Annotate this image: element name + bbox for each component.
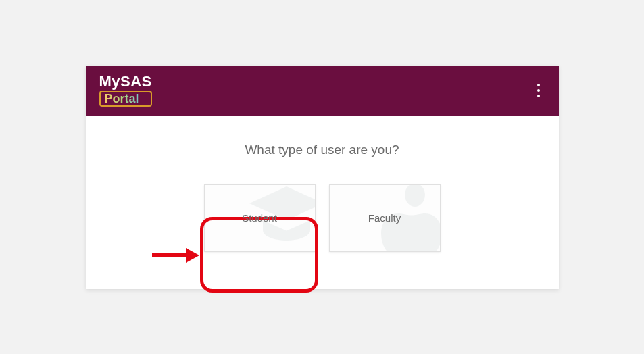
login-card: MySAS Portal What type of user are you? … xyxy=(86,66,559,289)
logo-top-text: MySAS xyxy=(99,74,152,89)
option-student[interactable]: Student xyxy=(204,184,316,252)
user-type-prompt: What type of user are you? xyxy=(106,143,539,157)
logo: MySAS Portal xyxy=(99,74,152,107)
logo-bottom-text: Portal xyxy=(105,92,139,105)
option-faculty[interactable]: Faculty xyxy=(329,184,441,252)
option-label: Faculty xyxy=(368,212,401,224)
logo-bottom-box: Portal xyxy=(99,91,152,107)
user-type-options: Student Faculty xyxy=(106,184,539,252)
vertical-dots-menu-icon[interactable] xyxy=(532,78,545,103)
option-label: Student xyxy=(242,212,277,224)
header-bar: MySAS Portal xyxy=(86,66,559,116)
content-area: What type of user are you? Student Facul… xyxy=(86,116,559,289)
